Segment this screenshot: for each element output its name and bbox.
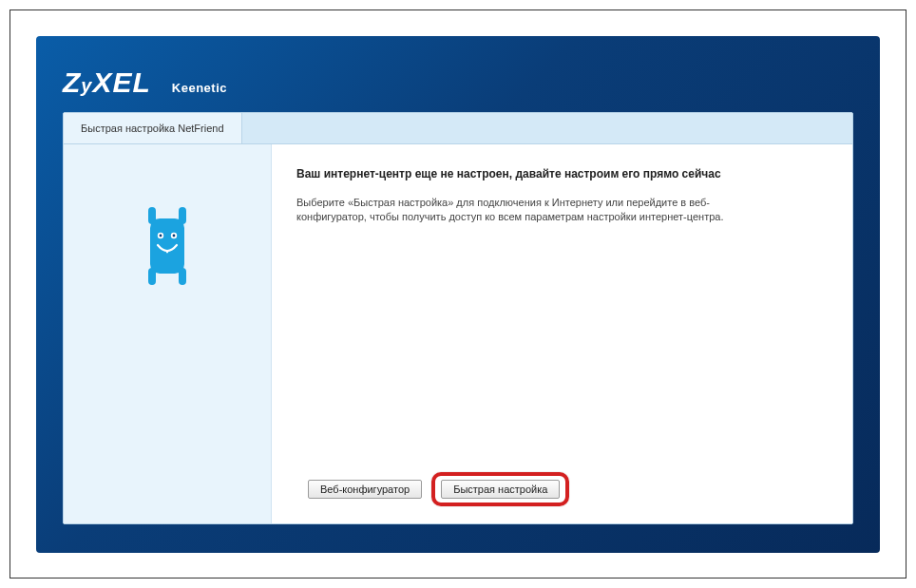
highlight-annotation: Быстрая настройка xyxy=(431,472,569,506)
sidebar xyxy=(64,144,271,523)
mascot-icon xyxy=(137,201,198,287)
svg-point-7 xyxy=(160,234,162,237)
svg-rect-2 xyxy=(179,207,186,224)
content-container: Быстрая настройка NetFriend xyxy=(63,112,853,524)
main-area: Ваш интернет-центр еще не настроен, дава… xyxy=(271,144,852,523)
tab-quick-setup[interactable]: Быстрая настройка NetFriend xyxy=(64,113,242,143)
svg-point-8 xyxy=(173,234,176,237)
tab-bar: Быстрая настройка NetFriend xyxy=(64,113,852,144)
header: ZyXEL Keenetic xyxy=(36,36,880,112)
screenshot-frame: ZyXEL Keenetic Быстрая настройка NetFrie… xyxy=(10,9,906,579)
svg-rect-0 xyxy=(150,218,184,274)
svg-rect-3 xyxy=(148,268,156,285)
brand-logo: ZyXEL xyxy=(63,66,151,99)
web-configurator-button[interactable]: Веб-конфигуратор xyxy=(308,480,422,499)
setup-description: Выберите «Быстрая настройка» для подключ… xyxy=(296,196,753,226)
product-name: Keenetic xyxy=(172,81,227,95)
quick-setup-button[interactable]: Быстрая настройка xyxy=(441,480,560,499)
svg-rect-4 xyxy=(179,268,186,285)
router-admin-panel: ZyXEL Keenetic Быстрая настройка NetFrie… xyxy=(36,36,880,553)
button-row: Веб-конфигуратор Быстрая настройка xyxy=(296,472,828,510)
svg-rect-1 xyxy=(148,207,156,224)
setup-headline: Ваш интернет-центр еще не настроен, дава… xyxy=(296,167,828,180)
content-body: Ваш интернет-центр еще не настроен, дава… xyxy=(64,144,852,523)
